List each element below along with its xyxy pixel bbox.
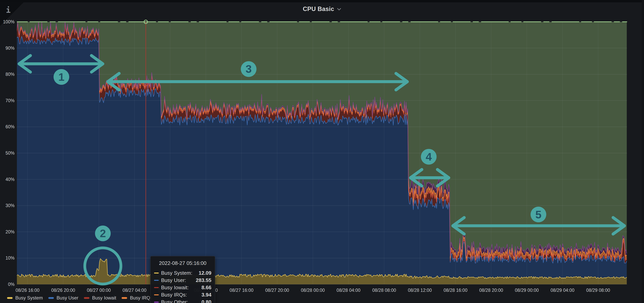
legend: Busy SystemBusy UserBusy IowaitBusy IRQs [7, 295, 152, 301]
tooltip: 2022-08-27 05:16:00 Busy System:12.09Bus… [150, 256, 215, 303]
tooltip-series-label: Busy System: [161, 270, 192, 276]
tooltip-series-label: Busy IRQs: [161, 292, 187, 298]
legend-label: Busy Iowait [92, 295, 116, 301]
tooltip-series-label: Busy Iowait: [161, 284, 188, 290]
tooltip-series-value: 3.94 [201, 292, 212, 298]
annotation-badge-number: 1 [58, 71, 64, 83]
y-tick-label: 90% [0, 46, 14, 50]
tooltip-row: Busy System:12.09 [154, 270, 212, 277]
legend-swatch [48, 297, 54, 299]
legend-swatch [122, 297, 127, 299]
tooltip-series-label: Busy User: [161, 277, 186, 283]
y-tick-label: 30% [0, 204, 14, 208]
y-tick-label: 20% [0, 230, 14, 234]
tooltip-row: Busy Other:0.80 [154, 298, 212, 303]
tooltip-row: Busy User:283.55 [154, 277, 212, 284]
legend-item-iowait[interactable]: Busy Iowait [84, 295, 116, 301]
legend-label: Busy System [15, 295, 43, 301]
y-tick-label: 70% [0, 98, 14, 103]
y-tick-label: 10% [0, 256, 14, 260]
y-tick-label: 50% [0, 151, 14, 156]
cpu-usage-chart[interactable]: 12345 [0, 0, 644, 303]
tooltip-series-value: 283.55 [196, 277, 212, 283]
legend-item-system[interactable]: Busy System [7, 295, 43, 301]
annotation-badge-number: 3 [246, 63, 252, 75]
y-tick-label: 60% [0, 124, 14, 129]
tooltip-series-swatch [154, 280, 159, 281]
legend-item-user[interactable]: Busy User [48, 295, 78, 301]
y-tick-label: 40% [0, 177, 14, 182]
annotation-badge-number: 2 [100, 227, 106, 240]
tooltip-series-value: 8.66 [201, 284, 212, 290]
legend-item-irqs[interactable]: Busy IRQs [122, 295, 152, 301]
annotation-badge-number: 5 [535, 208, 542, 221]
legend-label: Busy IRQs [130, 295, 152, 301]
window-right-edge [642, 0, 644, 303]
tooltip-series-value: 12.09 [198, 270, 212, 276]
tooltip-timestamp: 2022-08-27 05:16:00 [154, 260, 212, 266]
tooltip-row: Busy IRQs:3.94 [154, 291, 212, 298]
y-tick-label: 0% [0, 282, 14, 287]
tooltip-series-label: Busy Other: [161, 299, 188, 303]
legend-label: Busy User [56, 295, 78, 301]
x-tick-label: 08/29 08:00 [576, 288, 620, 292]
tooltip-row: Busy Iowait:8.66 [154, 284, 212, 291]
tooltip-series-swatch [154, 302, 159, 302]
y-tick-label: 80% [0, 72, 14, 77]
y-tick-label: 100% [0, 20, 14, 24]
tooltip-series-value: 0.80 [201, 299, 212, 303]
legend-swatch [7, 297, 12, 299]
tooltip-series-swatch [154, 294, 159, 295]
tooltip-series-swatch [154, 272, 159, 274]
legend-swatch [84, 297, 90, 299]
annotation-badge-number: 4 [426, 150, 432, 163]
tooltip-series-swatch [154, 287, 159, 288]
